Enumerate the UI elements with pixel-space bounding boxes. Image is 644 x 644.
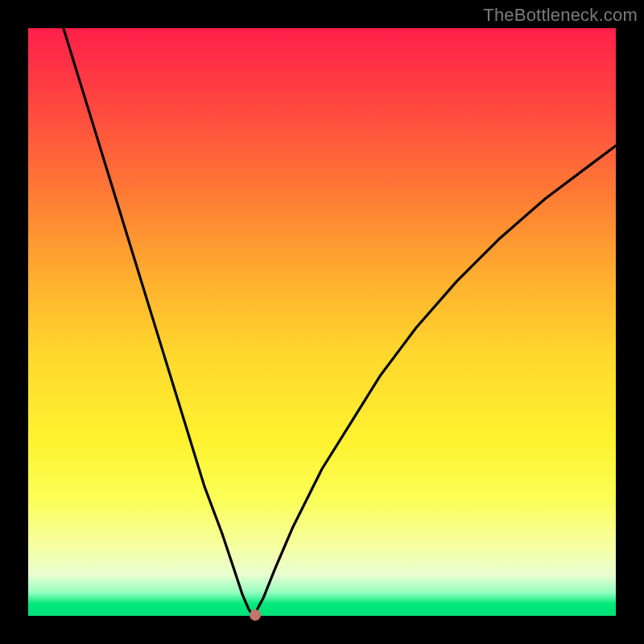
watermark-text: TheBottleneck.com bbox=[483, 5, 638, 26]
minimum-marker bbox=[250, 609, 261, 621]
curve-layer bbox=[28, 28, 616, 616]
chart-frame: TheBottleneck.com bbox=[0, 0, 644, 644]
plot-area bbox=[28, 28, 616, 616]
bottleneck-curve bbox=[64, 28, 616, 615]
